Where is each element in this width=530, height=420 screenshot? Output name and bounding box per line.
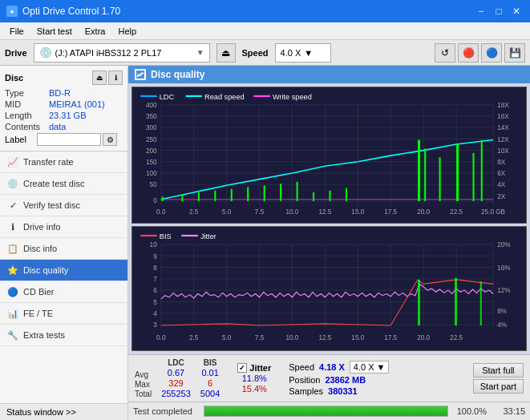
disc-eject-btn[interactable]: ⏏: [92, 71, 107, 85]
eject-button[interactable]: ⏏: [216, 43, 236, 63]
sidebar-item-drive-info[interactable]: ℹ Drive info: [0, 216, 127, 238]
svg-text:100: 100: [146, 169, 157, 177]
svg-text:10X: 10X: [497, 147, 509, 155]
length-label: Length: [5, 111, 49, 120]
svg-rect-61: [231, 189, 233, 201]
close-button[interactable]: ✕: [509, 4, 524, 18]
save-button[interactable]: 💾: [504, 43, 525, 63]
label-input[interactable]: [37, 133, 101, 146]
menu-help[interactable]: Help: [111, 25, 143, 38]
type-label: Type: [5, 88, 49, 98]
progress-bar: [204, 406, 448, 417]
ldc-max: 329: [161, 378, 191, 388]
svg-rect-59: [198, 192, 200, 201]
minimize-button[interactable]: −: [474, 4, 488, 18]
svg-text:5.0: 5.0: [222, 333, 232, 341]
position-label: Position: [289, 375, 320, 385]
contents-label: Contents: [5, 122, 49, 131]
svg-text:Read speed: Read speed: [204, 92, 245, 101]
sidebar-item-disc-quality[interactable]: ⭐ Disc quality: [0, 260, 127, 281]
svg-rect-122: [418, 280, 420, 325]
sidebar-item-verify-test-disc[interactable]: ✓ Verify test disc: [0, 195, 127, 216]
svg-rect-123: [455, 278, 457, 325]
drive-selector[interactable]: 💿 (J:) ATAPI iHBS312 2 PL17 ▼: [34, 43, 210, 63]
nav-label-verify-disc: Verify test disc: [23, 200, 80, 210]
menu-start-test[interactable]: Start test: [30, 25, 79, 38]
svg-text:25.0 GB: 25.0 GB: [481, 208, 505, 216]
chart-title: Disc quality: [151, 69, 204, 80]
bottom-chart: BIS Jitter: [131, 226, 527, 351]
speed-select-small[interactable]: 4.0 X ▼: [350, 361, 390, 374]
menubar: File Start test Extra Help: [0, 22, 530, 40]
sidebar: Disc ⏏ ℹ Type BD-R MID MEIRA1 (001) Leng…: [0, 66, 128, 420]
bis-max: 6: [200, 378, 220, 388]
svg-text:14X: 14X: [497, 123, 509, 131]
nav-label-extra-tests: Extra tests: [23, 330, 65, 340]
status-window-toggle[interactable]: Status window >>: [0, 403, 127, 420]
jitter-checkbox[interactable]: ✓: [237, 363, 247, 373]
sidebar-item-transfer-rate[interactable]: 📈 Transfer rate: [0, 151, 127, 173]
svg-text:18X: 18X: [497, 101, 509, 109]
nav-label-cd-bier: CD Bier: [23, 287, 55, 297]
svg-rect-73: [473, 153, 475, 201]
speed-select-arrow: ▼: [377, 362, 386, 372]
length-value: 23.31 GB: [49, 111, 86, 120]
svg-text:BIS: BIS: [160, 232, 172, 240]
disc-info-btn[interactable]: ℹ: [108, 71, 123, 85]
disc-mid-row: MID MEIRA1 (001): [5, 99, 123, 109]
svg-text:LDC: LDC: [160, 92, 175, 101]
svg-rect-70: [424, 148, 426, 200]
svg-rect-67: [330, 191, 331, 201]
svg-rect-124: [480, 281, 482, 325]
svg-text:6X: 6X: [497, 169, 505, 177]
start-part-button[interactable]: Start part: [473, 379, 524, 394]
speed-select-val: 4.0 X: [354, 362, 374, 372]
sidebar-item-create-test-disc[interactable]: 💿 Create test disc: [0, 173, 127, 195]
jitter-max: 15.4%: [237, 384, 271, 394]
svg-text:300: 300: [146, 123, 157, 131]
fe-te-icon: 📊: [6, 307, 19, 320]
nav-label-drive-info: Drive info: [23, 222, 60, 232]
start-full-button[interactable]: Start full: [473, 363, 524, 378]
svg-text:0: 0: [153, 196, 157, 204]
stats-area: Avg Max Total LDC 0.67 329 255253 BIS 0.…: [128, 354, 530, 402]
sidebar-item-cd-bier[interactable]: 🔵 CD Bier: [0, 281, 127, 303]
svg-text:0.0: 0.0: [156, 208, 166, 216]
sidebar-item-disc-info[interactable]: 📋 Disc info: [0, 238, 127, 260]
speed-info-row: Speed 4.18 X 4.0 X ▼: [289, 361, 389, 374]
drive-icon: 💿: [39, 46, 52, 59]
label-btn[interactable]: ⚙: [103, 133, 117, 146]
progress-fill: [204, 406, 447, 416]
label-label: Label: [5, 135, 37, 144]
svg-text:22.5: 22.5: [450, 333, 463, 341]
sidebar-item-extra-tests[interactable]: 🔧 Extra tests: [0, 325, 127, 346]
drive-dropdown-arrow: ▼: [196, 48, 204, 57]
drive-info-icon: ℹ: [6, 220, 19, 233]
menu-extra[interactable]: Extra: [79, 25, 112, 38]
menu-file[interactable]: File: [3, 25, 30, 38]
svg-text:2X: 2X: [497, 192, 505, 200]
verify-button[interactable]: 🔵: [481, 43, 502, 63]
nav-label-disc-quality: Disc quality: [23, 265, 68, 275]
app-icon: ●: [6, 6, 18, 17]
jitter-checkbox-row[interactable]: ✓ Jitter: [237, 363, 271, 373]
speed-selector[interactable]: 4.0 X ▼: [275, 43, 331, 63]
svg-rect-75: [132, 227, 526, 350]
svg-text:15.0: 15.0: [351, 208, 364, 216]
svg-text:12%: 12%: [497, 286, 511, 294]
refresh-button[interactable]: ↺: [435, 43, 455, 63]
svg-text:0.0: 0.0: [156, 333, 166, 341]
disc-contents-row: Contents data: [5, 122, 123, 131]
disc-info-icon: 📋: [6, 242, 19, 255]
top-chart-svg: LDC Read speed Write speed: [132, 87, 526, 223]
sidebar-item-fe-te[interactable]: 📊 FE / TE: [0, 303, 127, 325]
svg-text:350: 350: [146, 112, 157, 120]
burn-button[interactable]: 🔴: [458, 43, 479, 63]
disc-header: Disc ⏏ ℹ: [5, 71, 123, 85]
bis-header: BIS: [200, 358, 220, 367]
cd-bier-icon: 🔵: [6, 285, 19, 298]
svg-rect-64: [280, 184, 281, 201]
maximize-button[interactable]: □: [492, 4, 506, 18]
jitter-label: Jitter: [249, 363, 271, 373]
svg-text:4: 4: [153, 309, 157, 317]
